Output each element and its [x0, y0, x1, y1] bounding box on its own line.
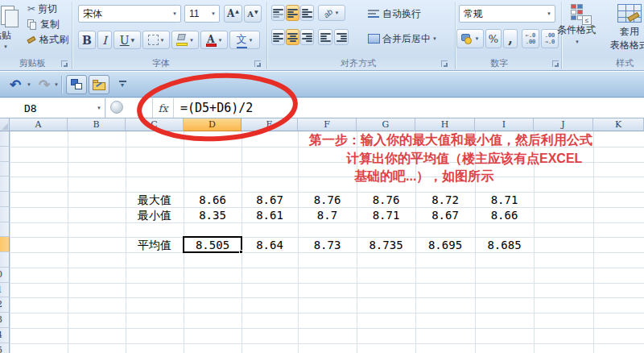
- percent-style-button[interactable]: %: [485, 29, 502, 48]
- copy-button[interactable]: 复制: [24, 17, 71, 31]
- underline-dropdown-icon[interactable]: ▼: [131, 37, 135, 43]
- column-header-B[interactable]: B: [68, 118, 126, 131]
- cell-D5[interactable]: 8.66: [184, 193, 242, 207]
- row-header-7[interactable]: [0, 222, 10, 238]
- name-box-dropdown-icon[interactable]: ▼: [97, 106, 101, 110]
- middle-align-button[interactable]: [286, 5, 299, 21]
- cell-E6[interactable]: 8.61: [242, 208, 298, 222]
- conditional-dropdown-icon[interactable]: ▼: [575, 39, 580, 44]
- cell-G5[interactable]: 8.76: [357, 193, 415, 207]
- insert-function-button[interactable]: fx: [152, 98, 174, 118]
- cell-C6[interactable]: 最小值: [126, 208, 184, 222]
- name-box[interactable]: D8 ▼: [0, 98, 105, 118]
- borders-button[interactable]: ▼: [142, 31, 170, 49]
- formula-bar-circle-button[interactable]: [110, 101, 123, 114]
- cell-G8[interactable]: 8.735: [357, 238, 415, 252]
- row-header-2[interactable]: [0, 147, 10, 162]
- row-header-14[interactable]: 14: [0, 328, 10, 343]
- selected-cell-D8[interactable]: [183, 236, 242, 253]
- merge-center-button[interactable]: 合并后居中 ▼: [367, 31, 448, 46]
- cell-I5[interactable]: 8.71: [475, 193, 534, 207]
- row-header-5[interactable]: [0, 192, 10, 207]
- bold-button[interactable]: B: [78, 31, 96, 49]
- decrease-indent-button[interactable]: [318, 29, 332, 45]
- cell-E5[interactable]: 8.67: [242, 193, 298, 207]
- cut-button[interactable]: ✂ 剪切: [24, 2, 71, 16]
- cell-F6[interactable]: 8.7: [298, 208, 357, 222]
- number-format-dropdown-icon[interactable]: ▼: [547, 11, 551, 16]
- accounting-format-button[interactable]: ▼: [456, 29, 484, 48]
- fill-color-button[interactable]: ▼: [171, 31, 199, 49]
- column-header-H[interactable]: H: [415, 118, 475, 131]
- row-header-6[interactable]: [0, 207, 10, 222]
- undo-button[interactable]: ↶: [6, 77, 24, 93]
- format-as-table-button[interactable]: 套用 表格格式: [605, 2, 644, 53]
- phonetic-dropdown-icon[interactable]: ▼: [249, 38, 254, 43]
- font-dialog-launcher-icon[interactable]: [254, 60, 261, 67]
- orientation-button[interactable]: ab ▼: [318, 5, 345, 21]
- column-header-E[interactable]: E: [242, 118, 298, 131]
- cell-H5[interactable]: 8.72: [415, 193, 475, 207]
- qat-customize-button[interactable]: ▾: [116, 77, 129, 91]
- cell-I6[interactable]: 8.66: [475, 208, 534, 222]
- undo-dropdown[interactable]: ▼: [24, 81, 32, 89]
- row-header-9[interactable]: [0, 252, 10, 268]
- top-align-button[interactable]: [271, 5, 285, 21]
- shrink-font-button[interactable]: A▼: [244, 5, 262, 23]
- italic-button[interactable]: I: [97, 31, 112, 49]
- column-header-G[interactable]: G: [357, 118, 415, 131]
- row-header-13[interactable]: 13: [0, 313, 10, 328]
- underline-button[interactable]: U ▼: [114, 31, 141, 49]
- column-header-I[interactable]: I: [475, 118, 534, 131]
- column-header-F[interactable]: F: [298, 118, 357, 131]
- cell-C8[interactable]: 平均值: [126, 238, 184, 252]
- cell-E8[interactable]: 8.64: [242, 238, 298, 252]
- accounting-dropdown-icon[interactable]: ▼: [475, 36, 480, 41]
- align-right-button[interactable]: [300, 29, 314, 45]
- select-all-corner[interactable]: [0, 118, 10, 131]
- cell-F8[interactable]: 8.73: [298, 238, 357, 252]
- grow-font-button[interactable]: A▲: [224, 5, 242, 23]
- fill-handle[interactable]: [239, 250, 243, 254]
- align-center-button[interactable]: [286, 29, 299, 45]
- row-header-3[interactable]: [0, 162, 10, 177]
- cell-D6[interactable]: 8.35: [184, 208, 242, 222]
- font-name-dropdown-icon[interactable]: ▼: [172, 11, 177, 16]
- align-left-button[interactable]: [271, 29, 285, 45]
- cell-I8[interactable]: 8.685: [475, 238, 534, 252]
- font-size-dropdown-icon[interactable]: ▼: [211, 11, 216, 16]
- increase-decimal-button[interactable]: ←.0 .00: [522, 29, 539, 48]
- paste-dropdown-icon[interactable]: ▼: [3, 44, 8, 49]
- font-color-button[interactable]: A ▼: [200, 31, 228, 49]
- merge-center-dropdown-icon[interactable]: ▼: [432, 36, 437, 41]
- diagram-tool-button[interactable]: [66, 75, 87, 94]
- fill-color-dropdown-icon[interactable]: ▼: [189, 38, 194, 43]
- column-header-K[interactable]: K: [593, 118, 644, 131]
- row-header-1[interactable]: [0, 131, 10, 147]
- bottom-align-button[interactable]: [300, 5, 314, 21]
- row-header-15[interactable]: 15: [0, 343, 10, 353]
- number-dialog-launcher-icon[interactable]: [552, 60, 559, 67]
- cell-H6[interactable]: 8.67: [415, 208, 475, 222]
- font-color-dropdown-icon[interactable]: ▼: [218, 38, 223, 43]
- paste-button[interactable]: 粘贴 ▼: [0, 2, 23, 55]
- cell-F5[interactable]: 8.76: [298, 193, 357, 207]
- column-header-D[interactable]: D: [184, 118, 242, 131]
- wrap-text-button[interactable]: 自动换行: [367, 6, 436, 21]
- clipboard-dialog-launcher-icon[interactable]: [61, 60, 68, 67]
- phonetic-guide-button[interactable]: 文 ▼: [229, 31, 260, 49]
- cell-C5[interactable]: 最大值: [126, 193, 184, 207]
- column-header-A[interactable]: A: [10, 118, 68, 131]
- alignment-dialog-launcher-icon[interactable]: [441, 60, 448, 67]
- row-header-12[interactable]: 12: [0, 297, 10, 313]
- row-header-10[interactable]: 10: [0, 268, 10, 283]
- tools-folder-button[interactable]: [89, 75, 109, 94]
- font-name-combo[interactable]: 宋体 ▼: [78, 5, 181, 23]
- conditional-formatting-button[interactable]: ≤ 条件格式 ▼: [552, 2, 601, 53]
- cell-G6[interactable]: 8.71: [357, 208, 415, 222]
- increase-indent-button[interactable]: [334, 29, 349, 45]
- comma-style-button[interactable]: ,: [503, 29, 518, 48]
- orientation-dropdown-icon[interactable]: ▼: [335, 10, 340, 15]
- row-header-8[interactable]: [0, 237, 10, 252]
- column-header-J[interactable]: J: [534, 118, 593, 131]
